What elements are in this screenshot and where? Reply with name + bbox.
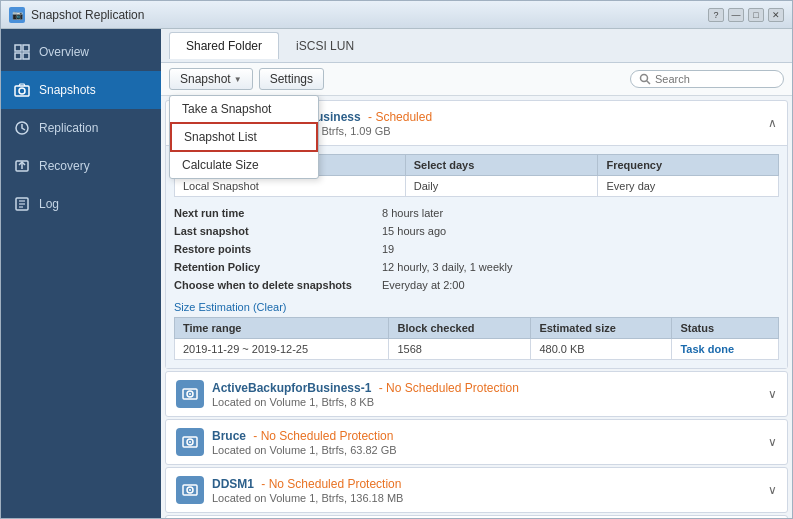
size-col-estimated: Estimated size	[531, 318, 672, 339]
window-title: Snapshot Replication	[31, 8, 144, 22]
sidebar: Overview Snapshots Replication Recovery	[1, 29, 161, 518]
label-last-snapshot: Last snapshot	[174, 223, 374, 239]
tab-iscsi-lun[interactable]: iSCSI LUN	[279, 32, 371, 59]
expand-icon-1[interactable]: ∨	[768, 435, 777, 449]
app-icon: 📷	[9, 7, 25, 23]
folder-sub-0: Located on Volume 1, Btrfs, 8 KB	[212, 396, 768, 408]
folder-header-2[interactable]: DDSM1 - No Scheduled Protection Located …	[166, 468, 787, 512]
folder-icon-2	[176, 476, 204, 504]
value-last-snapshot: 15 hours ago	[382, 223, 779, 239]
sidebar-item-snapshots[interactable]: Snapshots	[1, 71, 161, 109]
svg-line-14	[647, 81, 651, 85]
title-bar-controls: ? — □ ✕	[708, 8, 784, 22]
maximize-button[interactable]: □	[748, 8, 764, 22]
snapshot-dropdown-menu: Take a Snapshot Snapshot List Calculate …	[169, 95, 319, 179]
folder-header-0[interactable]: ActiveBackupforBusiness-1 - No Scheduled…	[166, 372, 787, 416]
size-section: Size Estimation (Clear) Time range Block…	[174, 301, 779, 360]
size-table: Time range Block checked Estimated size …	[174, 317, 779, 360]
size-title: Size Estimation (Clear)	[174, 301, 779, 313]
folder-sub-1: Located on Volume 1, Btrfs, 63.82 GB	[212, 444, 768, 456]
folder-schedule-2: - No Scheduled Protection	[261, 477, 401, 491]
size-cell-estimated: 480.0 KB	[531, 339, 672, 360]
settings-button[interactable]: Settings	[259, 68, 324, 90]
size-cell-range: 2019-11-29 ~ 2019-12-25	[175, 339, 389, 360]
folder-name-2: DDSM1 - No Scheduled Protection	[212, 477, 768, 491]
size-col-blocks: Block checked	[389, 318, 531, 339]
main-content: Overview Snapshots Replication Recovery	[1, 29, 792, 518]
folder-name-text-0: ActiveBackupforBusiness-1	[212, 381, 371, 395]
expand-icon-0[interactable]: ∨	[768, 387, 777, 401]
snapshot-btn-label: Snapshot	[180, 72, 231, 86]
folder-name-text-1: Bruce	[212, 429, 246, 443]
list-item: docker - No Scheduled Protection Located…	[165, 515, 788, 518]
folder-schedule-1: - No Scheduled Protection	[253, 429, 393, 443]
folder-name-1: Bruce - No Scheduled Protection	[212, 429, 768, 443]
value-next-run: 8 hours later	[382, 205, 779, 221]
folder-header-1[interactable]: Bruce - No Scheduled Protection Located …	[166, 420, 787, 464]
overview-icon	[13, 43, 31, 61]
tab-shared-folder[interactable]: Shared Folder	[169, 32, 279, 59]
folder-info-1: Bruce - No Scheduled Protection Located …	[212, 429, 768, 456]
search-icon	[639, 73, 651, 85]
col-select-days: Select days	[405, 155, 598, 176]
sidebar-label-overview: Overview	[39, 45, 89, 59]
svg-point-26	[189, 489, 191, 491]
value-delete-when: Everyday at 2:00	[382, 277, 779, 293]
snapshot-button[interactable]: Snapshot ▼	[169, 68, 253, 90]
col-frequency: Frequency	[598, 155, 779, 176]
sidebar-label-log: Log	[39, 197, 59, 211]
folder-info-0: ActiveBackupforBusiness-1 - No Scheduled…	[212, 381, 768, 408]
folder-schedule-0: - No Scheduled Protection	[379, 381, 519, 395]
snapshot-dropdown-arrow: ▼	[234, 75, 242, 84]
size-estimation-label: Size Estimation	[174, 301, 250, 313]
info-grid: Next run time 8 hours later Last snapsho…	[174, 205, 779, 293]
log-icon	[13, 195, 31, 213]
dropdown-snapshot-list[interactable]: Snapshot List	[170, 122, 318, 152]
svg-rect-3	[23, 53, 29, 59]
svg-point-20	[189, 393, 191, 395]
label-next-run: Next run time	[174, 205, 374, 221]
dropdown-take-snapshot[interactable]: Take a Snapshot	[170, 96, 318, 122]
search-input[interactable]	[655, 73, 775, 85]
folder-icon-0	[176, 380, 204, 408]
svg-rect-0	[15, 45, 21, 51]
expand-icon-2[interactable]: ∨	[768, 483, 777, 497]
tab-bar: Shared Folder iSCSI LUN	[161, 29, 792, 63]
value-retention-policy: 12 hourly, 3 daily, 1 weekly	[382, 259, 779, 275]
sidebar-item-log[interactable]: Log	[1, 185, 161, 223]
size-clear-link[interactable]: (Clear)	[253, 301, 287, 313]
sidebar-item-recovery[interactable]: Recovery	[1, 147, 161, 185]
size-col-status: Status	[672, 318, 779, 339]
settings-btn-label: Settings	[270, 72, 313, 86]
minimize-button[interactable]: —	[728, 8, 744, 22]
value-restore-points: 19	[382, 241, 779, 257]
content-area: Shared Folder iSCSI LUN Snapshot ▼ Setti…	[161, 29, 792, 518]
list-item: ActiveBackupforBusiness-1 - No Scheduled…	[165, 371, 788, 417]
folder-name-0: ActiveBackupforBusiness-1 - No Scheduled…	[212, 381, 768, 395]
label-retention-policy: Retention Policy	[174, 259, 374, 275]
cell-frequency: Every day	[598, 176, 779, 197]
folder-info-2: DDSM1 - No Scheduled Protection Located …	[212, 477, 768, 504]
folder-sub-2: Located on Volume 1, Btrfs, 136.18 MB	[212, 492, 768, 504]
collapse-icon[interactable]: ∧	[768, 116, 777, 130]
search-box[interactable]	[630, 70, 784, 88]
sidebar-label-snapshots: Snapshots	[39, 83, 96, 97]
svg-rect-1	[23, 45, 29, 51]
title-bar-left: 📷 Snapshot Replication	[9, 7, 144, 23]
label-restore-points: Restore points	[174, 241, 374, 257]
main-window: 📷 Snapshot Replication ? — □ ✕ Overview …	[0, 0, 793, 519]
sidebar-item-replication[interactable]: Replication	[1, 109, 161, 147]
list-item: Bruce - No Scheduled Protection Located …	[165, 419, 788, 465]
svg-rect-2	[15, 53, 21, 59]
close-button[interactable]: ✕	[768, 8, 784, 22]
sidebar-item-overview[interactable]: Overview	[1, 33, 161, 71]
svg-point-23	[189, 441, 191, 443]
toolbar: Snapshot ▼ Settings Take a Snapshot Snap…	[161, 63, 792, 96]
size-col-range: Time range	[175, 318, 389, 339]
list-item: DDSM1 - No Scheduled Protection Located …	[165, 467, 788, 513]
cell-select-days: Daily	[405, 176, 598, 197]
dropdown-calculate-size[interactable]: Calculate Size	[170, 152, 318, 178]
folder-header-3[interactable]: docker - No Scheduled Protection Located…	[166, 516, 787, 518]
camera-icon	[13, 81, 31, 99]
help-button[interactable]: ?	[708, 8, 724, 22]
